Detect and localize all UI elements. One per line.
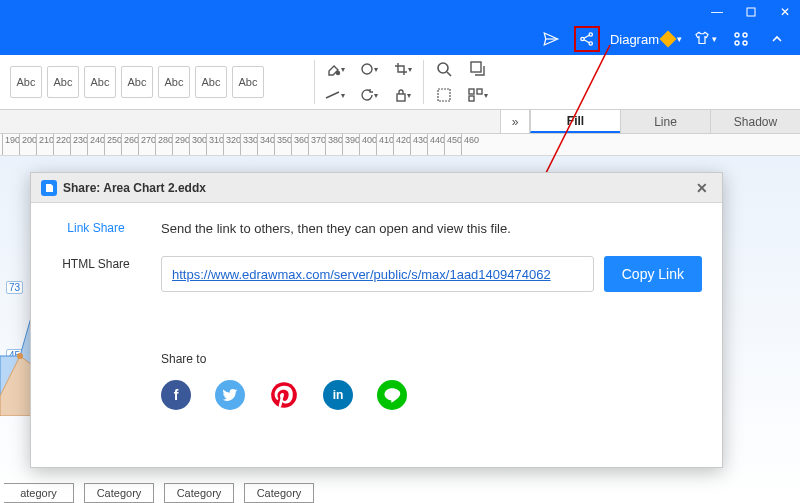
rotate-icon[interactable]: ▾ — [359, 86, 379, 104]
category-label[interactable]: Category — [84, 483, 154, 503]
svg-point-6 — [735, 41, 739, 45]
svg-rect-12 — [471, 62, 481, 72]
share-dialog: Share: Area Chart 2.eddx ✕ Link Share HT… — [30, 172, 723, 468]
share-facebook-icon[interactable]: f — [161, 380, 191, 410]
crop-icon[interactable]: ▾ — [393, 60, 413, 78]
diamond-icon — [660, 31, 677, 48]
dialog-titlebar: Share: Area Chart 2.eddx ✕ — [31, 173, 722, 203]
svg-rect-0 — [747, 8, 755, 16]
share-pinterest-icon[interactable] — [269, 380, 299, 410]
share-link-field[interactable]: https://www.edrawmax.com/server/public/s… — [161, 256, 594, 292]
svg-rect-15 — [477, 89, 482, 94]
style-swatch[interactable]: Abc — [84, 66, 116, 98]
tshirt-icon[interactable]: ▾ — [692, 26, 718, 52]
category-axis: ategory Category Category Category — [0, 483, 314, 503]
share-twitter-icon[interactable] — [215, 380, 245, 410]
fill-icon[interactable]: ▾ — [325, 60, 345, 78]
style-swatch[interactable]: Abc — [121, 66, 153, 98]
window-minimize[interactable]: — — [710, 5, 724, 19]
diagram-label: Diagram — [610, 32, 659, 47]
svg-rect-10 — [397, 94, 405, 101]
window-maximize[interactable] — [744, 5, 758, 19]
style-swatch[interactable]: Abc — [232, 66, 264, 98]
share-instruction: Send the link to others, then they can o… — [161, 221, 702, 236]
ribbon-bar: Diagram ▾ ▾ — [0, 23, 800, 55]
share-line-icon[interactable] — [377, 380, 407, 410]
category-label[interactable]: Category — [164, 483, 234, 503]
share-to-label: Share to — [161, 352, 702, 366]
window-titlebar: — ✕ — [0, 0, 800, 23]
dialog-sidebar: Link Share HTML Share — [31, 203, 161, 467]
category-label[interactable]: ategory — [4, 483, 74, 503]
share-link[interactable]: https://www.edrawmax.com/server/public/s… — [172, 267, 551, 282]
window-close[interactable]: ✕ — [778, 5, 792, 19]
share-linkedin-icon[interactable]: in — [323, 380, 353, 410]
svg-point-8 — [337, 72, 340, 75]
copy-link-button[interactable]: Copy Link — [604, 256, 702, 292]
social-buttons: f in — [161, 380, 702, 410]
tab-line[interactable]: Line — [620, 110, 710, 133]
style-swatch[interactable]: Abc — [158, 66, 190, 98]
svg-rect-16 — [469, 96, 474, 101]
category-label[interactable]: Category — [244, 483, 314, 503]
svg-point-1 — [581, 37, 584, 40]
style-swatch[interactable]: Abc — [10, 66, 42, 98]
svg-point-7 — [743, 41, 747, 45]
send-icon[interactable] — [538, 26, 564, 52]
style-gallery: Abc Abc Abc Abc Abc Abc Abc — [10, 66, 264, 98]
style-swatch[interactable]: Abc — [47, 66, 79, 98]
format-toolbar: Abc Abc Abc Abc Abc Abc Abc ▾ ▾ ▾ ▾ ▾ ▾ … — [0, 55, 800, 110]
svg-point-11 — [438, 63, 448, 73]
diagram-menu[interactable]: Diagram ▾ — [610, 32, 682, 47]
horizontal-ruler: 1902002102202302402502602702802903003103… — [0, 134, 800, 156]
svg-point-2 — [589, 33, 592, 36]
collapse-ribbon-icon[interactable] — [764, 26, 790, 52]
app-logo-icon — [41, 180, 57, 196]
replace-icon[interactable] — [468, 60, 488, 78]
lock-icon[interactable]: ▾ — [393, 86, 413, 104]
chevron-down-icon: ▾ — [677, 34, 682, 44]
expand-pane-button[interactable]: » — [500, 110, 530, 133]
search-icon[interactable] — [434, 60, 454, 78]
components-icon[interactable]: ▾ — [468, 86, 488, 104]
select-icon[interactable] — [434, 86, 454, 104]
svg-point-3 — [589, 42, 592, 45]
svg-point-17 — [17, 353, 23, 359]
svg-point-9 — [362, 64, 372, 74]
tab-fill[interactable]: Fill — [530, 110, 620, 133]
shape-icon[interactable]: ▾ — [359, 60, 379, 78]
style-swatch[interactable]: Abc — [195, 66, 227, 98]
svg-point-5 — [743, 33, 747, 37]
dialog-main: Send the link to others, then they can o… — [161, 203, 722, 467]
svg-rect-14 — [469, 89, 474, 94]
svg-rect-13 — [438, 89, 450, 101]
side-pane-tabs: » Fill Line Shadow — [0, 110, 800, 134]
dialog-title: Share: Area Chart 2.eddx — [63, 181, 206, 195]
share-icon[interactable] — [574, 26, 600, 52]
sidebar-item-link-share[interactable]: Link Share — [67, 221, 124, 235]
separator — [423, 60, 424, 104]
svg-point-4 — [735, 33, 739, 37]
line-icon[interactable]: ▾ — [325, 86, 345, 104]
dialog-close-button[interactable]: ✕ — [692, 178, 712, 198]
apps-icon[interactable] — [728, 26, 754, 52]
tab-shadow[interactable]: Shadow — [710, 110, 800, 133]
separator — [314, 60, 315, 104]
sidebar-item-html-share[interactable]: HTML Share — [62, 257, 130, 271]
